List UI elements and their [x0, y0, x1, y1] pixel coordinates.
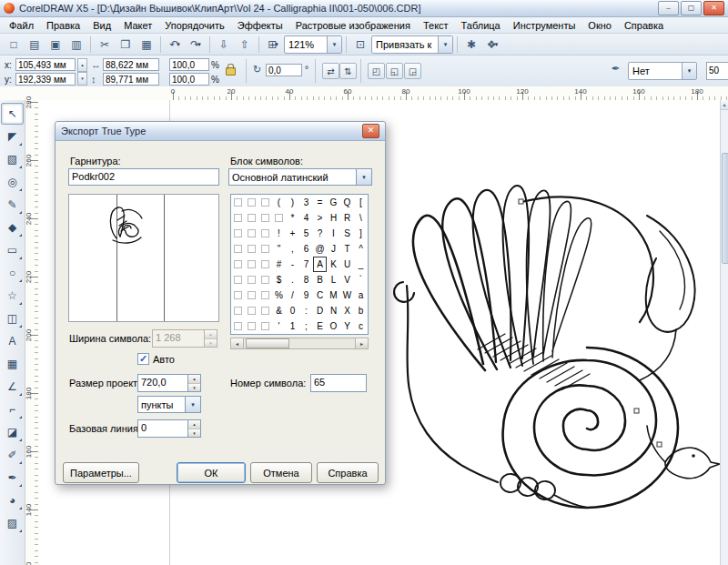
chevron-down-icon[interactable]: ▾	[495, 41, 499, 48]
object-width-field[interactable]: 88,622 мм	[103, 58, 159, 71]
glyph-cell[interactable]: [	[354, 195, 368, 210]
node-handle[interactable]	[519, 199, 523, 204]
scroll-left-icon[interactable]: ◂	[231, 338, 244, 348]
outline-pen-tool[interactable]: ✒	[1, 467, 24, 489]
snap-to-combo[interactable]: Привязать к▾	[371, 35, 453, 54]
parameters-button[interactable]: Параметры...	[63, 462, 139, 483]
calligraphic-bird-artwork[interactable]	[376, 175, 720, 531]
glyph-cell[interactable]: T	[340, 241, 354, 257]
glyph-cell[interactable]: E	[313, 318, 327, 334]
auto-checkbox[interactable]: ✓ Авто	[137, 353, 175, 365]
glyph-cell[interactable]: (	[272, 195, 286, 210]
mirror-vertical-button[interactable]: ⇅	[339, 63, 357, 79]
glyph-cell[interactable]: )	[286, 195, 299, 210]
glyph-cell[interactable]	[258, 288, 272, 303]
options-icon[interactable]: ✱	[461, 35, 481, 55]
freehand-tool[interactable]: ✎	[1, 194, 24, 216]
glyph-cell[interactable]	[245, 226, 258, 241]
glyph-cell[interactable]: Q	[340, 195, 354, 210]
mirror-horizontal-button[interactable]: ⇄	[322, 63, 339, 79]
maximize-button[interactable]: ▢	[681, 1, 702, 15]
glyph-cell[interactable]: _	[354, 257, 368, 272]
glyph-cell[interactable]: =	[313, 195, 327, 210]
glyph-cell[interactable]: .	[286, 272, 299, 288]
glyph-cell[interactable]	[231, 303, 245, 318]
glyph-cell[interactable]: #	[272, 257, 286, 272]
units-combo[interactable]: пункты ▾	[137, 396, 201, 413]
design-size-spinner[interactable]: 720,0 ▴▾	[137, 374, 201, 392]
glyph-cell[interactable]: *	[286, 210, 299, 226]
glyph-cell[interactable]	[245, 303, 258, 318]
outline-width-combo[interactable]: Нет ▾	[628, 62, 697, 80]
glyph-cell[interactable]: 0	[286, 303, 299, 318]
glyph-cell[interactable]	[231, 318, 245, 334]
to-back-button[interactable]: ◲	[404, 63, 421, 79]
glyph-cell[interactable]: B	[313, 272, 327, 288]
glyph-cell[interactable]: W	[340, 288, 354, 303]
zoom-tool[interactable]: ◎	[1, 171, 24, 193]
glyph-cell[interactable]	[245, 195, 258, 210]
glyph-cell[interactable]: +	[286, 226, 299, 241]
font-name-input[interactable]: Podkr002	[68, 168, 219, 186]
glyph-cell[interactable]: R	[340, 210, 354, 226]
glyph-cell[interactable]: >	[313, 210, 327, 226]
glyph-cell[interactable]	[231, 241, 245, 257]
menu-item-3[interactable]: Вид	[86, 18, 117, 33]
ok-button[interactable]: ОК	[177, 462, 246, 483]
glyph-cell[interactable]: :	[299, 303, 313, 318]
export-icon[interactable]: ⇧	[235, 35, 255, 55]
to-front-button[interactable]: ◱	[386, 63, 403, 79]
pick-tool[interactable]: ↖	[1, 103, 24, 125]
scale-y-field[interactable]: 100,0	[169, 73, 209, 86]
help-button[interactable]: Справка	[317, 462, 379, 483]
glyph-cell[interactable]: C	[313, 288, 327, 303]
glyph-cell[interactable]: `	[354, 272, 368, 288]
menu-item-10[interactable]: Инструменты	[507, 18, 582, 33]
undo-icon[interactable]: ↶▾	[165, 35, 185, 55]
menu-item-1[interactable]: Файл	[3, 18, 40, 33]
menu-item-7[interactable]: Растровые изображения	[289, 18, 417, 33]
smart-fill-tool[interactable]: ◆	[1, 217, 24, 238]
glyph-cell[interactable]: 5	[299, 226, 313, 241]
scroll-right-icon[interactable]: ▸	[355, 338, 368, 348]
glyph-cell[interactable]: 4	[299, 210, 313, 226]
glyph-cell[interactable]	[245, 210, 258, 226]
rectangle-tool[interactable]: ▭	[1, 239, 24, 261]
dialog-titlebar[interactable]: Экспорт True Type ✕	[56, 122, 385, 141]
glyph-cell[interactable]: ?	[313, 226, 327, 241]
glyph-cell[interactable]	[258, 241, 272, 257]
glyph-cell[interactable]: '	[272, 318, 286, 334]
glyph-cell[interactable]	[258, 303, 272, 318]
menu-item-9[interactable]: Таблица	[455, 18, 507, 33]
menu-item-6[interactable]: Эффекты	[231, 18, 289, 33]
baseline-value[interactable]: 0	[137, 419, 188, 438]
chevron-down-icon[interactable]: ▾	[327, 36, 341, 53]
glyph-cell[interactable]: X	[340, 303, 354, 318]
chevron-down-icon[interactable]: ▾	[177, 41, 180, 48]
chevron-down-icon[interactable]: ▾	[185, 397, 200, 412]
glyph-cell[interactable]	[258, 195, 272, 210]
glyph-cell[interactable]: ;	[299, 318, 313, 334]
spin-up-icon[interactable]: ▴	[188, 375, 200, 384]
position-spinner[interactable]: ▴ ▾	[77, 58, 87, 86]
ellipse-tool[interactable]: ○	[1, 262, 24, 284]
horizontal-ruler[interactable]: 020406080100120140160180	[0, 86, 728, 101]
glyph-cell[interactable]	[245, 288, 258, 303]
vertical-scrollbar[interactable]: ▴	[720, 100, 728, 565]
glyph-cell[interactable]: G	[327, 195, 340, 210]
glyph-cell[interactable]: "	[272, 241, 286, 257]
checkbox-check-icon[interactable]: ✓	[137, 353, 149, 365]
glyph-cell[interactable]: I	[327, 226, 340, 241]
spin-down-icon[interactable]: ▾	[77, 72, 87, 86]
glyph-cell[interactable]	[258, 226, 272, 241]
vertical-ruler[interactable]: 280260240220200180160140120	[25, 100, 39, 565]
menu-item-11[interactable]: Окно	[581, 18, 618, 33]
glyph-cell[interactable]	[245, 241, 258, 257]
glyph-cell[interactable]: 7	[299, 257, 313, 272]
glyph-cell[interactable]: D	[313, 303, 327, 318]
glyph-cell[interactable]: @	[313, 241, 327, 257]
glyph-cell[interactable]	[231, 272, 245, 288]
app-launcher-icon[interactable]: ⊞▾	[263, 35, 283, 55]
scrollbar-thumb[interactable]	[722, 153, 728, 264]
glyph-cell[interactable]: b	[354, 303, 368, 318]
